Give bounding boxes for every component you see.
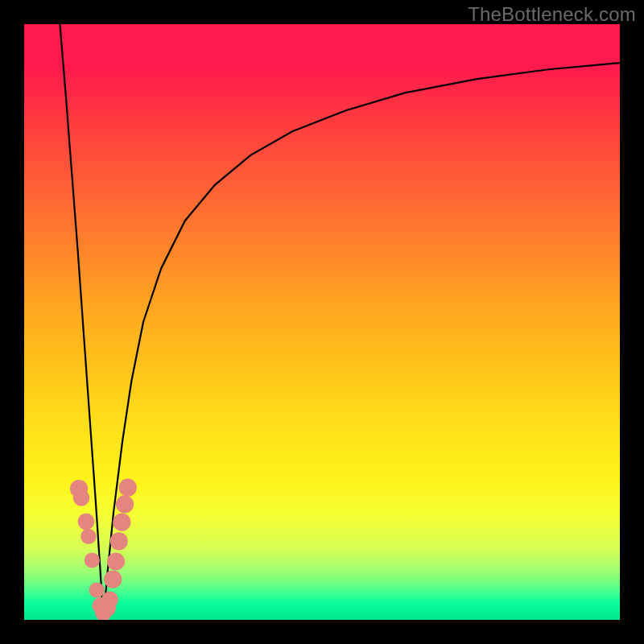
attribution-watermark: TheBottleneck.com xyxy=(468,3,636,26)
plot-area xyxy=(24,24,620,620)
data-dot xyxy=(116,495,134,513)
data-dot xyxy=(101,591,118,608)
data-dot xyxy=(80,529,96,544)
curve-left-branch xyxy=(60,24,103,620)
data-dot xyxy=(110,532,128,550)
data-dot xyxy=(104,571,122,588)
data-dot xyxy=(107,552,125,570)
curve-right-branch xyxy=(103,63,620,620)
data-dot xyxy=(85,552,100,568)
dot-cluster xyxy=(70,479,137,620)
data-dot xyxy=(113,514,130,531)
data-dot xyxy=(119,479,137,497)
chart-frame: TheBottleneck.com xyxy=(0,0,644,644)
data-dot xyxy=(78,514,95,530)
data-dot xyxy=(73,489,90,506)
data-dot xyxy=(89,582,105,597)
curves-layer xyxy=(24,24,620,620)
